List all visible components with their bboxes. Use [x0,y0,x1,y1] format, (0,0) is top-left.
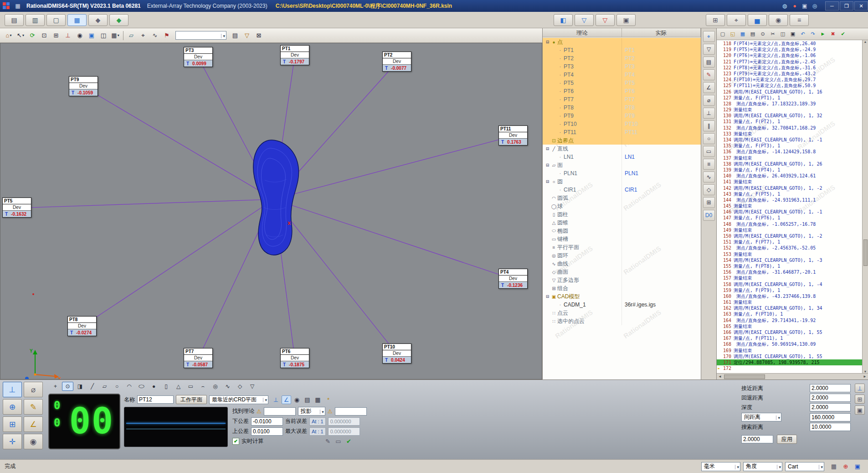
program-line-133[interactable]: 133测量结束 [717,131,862,137]
tab-window-layout[interactable]: ▢ [46,14,66,26]
program-line-158[interactable]: 158调用/M(EASI_CLEARPLN_GOTO), 1, -4 [717,281,862,287]
save-program-icon[interactable]: ▦ [738,30,747,38]
program-line-165[interactable]: 165测量结束 [717,323,862,329]
redo-icon[interactable]: ↷ [808,30,817,38]
tree-row-曲线[interactable]: ∿曲线 [543,260,701,268]
program-line-130[interactable]: 130调用/M(EASI_CLEARPLN_GOTO), 1, 32 [717,113,862,119]
pick-box-icon[interactable]: ⊠ [253,31,264,41]
cut-icon[interactable]: ✂ [768,30,777,38]
users-icon[interactable]: ◎ [810,2,819,10]
probe-mode-button[interactable]: ⊥ [3,382,22,397]
units-angle-dropdown[interactable]: 角度 [743,462,782,471]
deviation-callout-PT5[interactable]: PT5DevT-0.1632 [2,198,31,218]
tree-row-椭圆[interactable]: ⬭椭圆 [543,227,701,235]
geo-sphere-icon[interactable]: ● [148,382,159,391]
program-line-120[interactable]: 120F(PT6)=元素定义/点,直角坐标,-1.06 [717,52,862,58]
tree-row-PT10[interactable]: ·PT10PT10 [543,120,701,128]
joystick-button[interactable]: ◉ [24,434,43,449]
program-line-166[interactable]: 166调用/M(EASI_CLEARPLN_GOTO), 1, 55 [717,329,862,335]
vector-probe-icon[interactable]: ⊥ [271,395,281,404]
workplane-button[interactable]: 工作平面 [176,395,207,404]
minimize-button[interactable]: ─ [825,1,839,10]
program-line-168[interactable]: 168测点/直角坐标, 50.969194,130.09 [717,341,862,347]
tree-row-PT1[interactable]: ·PT1PT1 [543,46,701,54]
new-program-icon[interactable]: ▢ [718,30,727,38]
geo-line-icon[interactable]: ╱ [87,382,98,391]
program-line-156[interactable]: 156测点/直角坐标, -31.646877,-20.1 [717,269,862,275]
grid-snap-icon[interactable]: ▦ [313,395,323,404]
program-line-126[interactable]: 126调用/M(EASI_CLEARPLN_GOTO), 1, 16 [717,89,862,95]
program-line-143[interactable]: 143测量/点, F(PT5), 1 [717,191,862,197]
plane-edit-icon[interactable]: ▱ [126,31,137,41]
parallel-icon[interactable]: ∥ [703,120,715,131]
open-program-icon[interactable]: ◱ [728,30,737,38]
surface-tool-icon[interactable]: ◇ [703,184,715,195]
geo-curve-icon[interactable]: ∿ [222,382,233,391]
deviation-callout-PT11[interactable]: PT11DevT0.1763 [498,125,528,146]
cad-model-sole[interactable] [253,140,299,255]
collapse-icon[interactable]: ⊟ [544,40,550,44]
tree-row-圆环[interactable]: ◎圆环 [543,251,701,260]
geo-point-icon[interactable]: + [50,382,61,391]
program-line-138[interactable]: 138调用/M(EASI_CLEARPLN_GOTO), 1, 26 [717,161,862,167]
program-line-167[interactable]: 167测量/点, F(PT11), 1 [717,335,862,341]
program-line-172[interactable]: ►172 [717,365,862,371]
print-program-icon[interactable]: ▤ [748,30,757,38]
geo-circle-icon[interactable]: ○ [111,382,123,391]
geo-polygon-icon[interactable]: ▽ [247,382,258,391]
run-program-icon[interactable]: ► [818,30,827,38]
grid-window-icon[interactable]: ⊞ [706,14,725,26]
program-line-119[interactable]: 119F(PT5)=元素定义/点,直角坐标,-24.9 [717,47,862,52]
collapse-icon[interactable]: ⊟ [544,146,550,151]
tree-row-圆弧[interactable]: ◠圆弧 [543,194,701,202]
paste-icon[interactable]: ▣ [788,30,797,38]
program-line-157[interactable]: 157测量结束 [717,275,862,281]
deviation-callout-PT3[interactable]: PT3DevT0.0099 [184,47,213,67]
tree-row-PT6[interactable]: ·PT6PT6 [543,87,701,95]
retract-distance-input[interactable] [810,394,851,402]
program-line-124[interactable]: 124F(PT10)=元素定义/点,直角坐标,29.7 [717,77,862,83]
program-line-161[interactable]: 161测量结束 [717,299,862,305]
toolbar-combobox[interactable] [175,31,226,40]
shield-paint-icon[interactable]: ◧ [554,14,573,26]
spacing-dropdown[interactable]: 间距离 [741,413,781,421]
program-line-149[interactable]: 149测量结束 [717,227,862,233]
coordinate-system-dropdown[interactable]: Cart [785,462,824,471]
collapse-icon[interactable]: ⊟ [544,163,550,167]
program-line-129[interactable]: 129测量结束 [717,107,862,113]
program-line-134[interactable]: 134调用/M(EASI_CLEARPLN_GOTO), 1, -1 [717,137,862,143]
tree-header-theory[interactable]: 理论 [543,28,622,37]
view-orientation-icon[interactable]: ◉ [74,31,85,41]
tab-tools[interactable]: ◆ [88,14,108,26]
lower-tolerance-input[interactable] [251,417,283,426]
scroll-up-icon[interactable]: ▲ [864,40,867,43]
scroll-left-icon[interactable]: ◄ [718,374,722,379]
program-line-151[interactable]: 151测量/点, F(PT7), 1 [717,239,862,245]
probe-position-icon[interactable]: ⊥ [62,31,73,41]
tree-row-球[interactable]: ◯球 [543,202,701,210]
alert-badge-icon[interactable]: ● [790,2,799,10]
curve-tool-icon[interactable]: ∿ [149,31,160,41]
program-line-160[interactable]: 160测点/直角坐标, -43.237466,139.8 [717,293,862,299]
search-distance-input[interactable] [810,423,851,431]
menu-grid-icon[interactable]: ▦ [13,2,22,10]
perpendicular-icon[interactable]: ⊥ [703,108,715,119]
tree-row-直线[interactable]: ⊟╱直线 [543,145,701,153]
find-icon[interactable]: ⊙ [758,30,767,38]
program-line-136[interactable]: 136测点/直角坐标, -14.124429,158.8 [717,149,862,155]
deviation-callout-PT4[interactable]: PT4DevT-0.1236 [498,269,528,289]
tree-row-圆[interactable]: ⊟○圆 [543,177,701,186]
geo-measured-point-icon[interactable]: ⊙ [62,382,73,391]
program-line-125[interactable]: 125F(PT11)=元素定义/点,直角坐标,50.9 [717,83,862,88]
program-line-162[interactable]: 162调用/M(EASI_CLEARPLN_GOTO), 1, 34 [717,305,862,311]
depth-input[interactable] [810,403,851,411]
tree-row-PT11[interactable]: ·PT11PT11 [543,128,701,136]
approach-distance-input[interactable] [810,384,851,392]
program-line-150[interactable]: 150调用/M(EASI_CLEARPLN_GOTO), 1, -2 [717,233,862,239]
program-line-155[interactable]: 155测量/点, F(PT8), 1 [717,263,862,269]
tree-row-PT5[interactable]: ·PT5PT5 [543,79,701,87]
tolerance-quick-input[interactable] [741,435,773,443]
probe-goto-icon[interactable]: ⌖ [703,31,715,42]
viewport-3d[interactable]: Y X x PT1DevT-0.1797PT2DevT-0.0077PT3Dev… [0,43,542,379]
normal-direction-icon[interactable]: ∠ [282,395,291,404]
